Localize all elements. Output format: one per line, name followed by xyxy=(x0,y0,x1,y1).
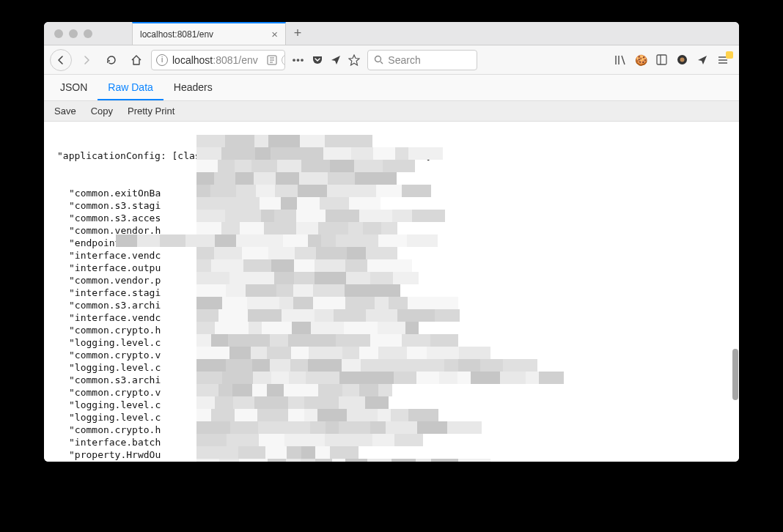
arrow-right-icon xyxy=(81,54,92,66)
minimize-window-button[interactable] xyxy=(69,29,78,38)
url-text: localhost:8081/env xyxy=(172,54,258,66)
code-line: "interface.archi xyxy=(57,461,739,462)
address-bar[interactable]: i localhost:8081/env 120% xyxy=(151,50,285,70)
search-placeholder: Search xyxy=(388,54,420,66)
bookmark-star-icon[interactable] xyxy=(348,54,360,66)
extension-icon-1[interactable]: 🍪 xyxy=(635,54,647,66)
svg-rect-9 xyxy=(657,55,666,64)
code-line: "common.crypto.v xyxy=(57,349,739,361)
extension-icon-2[interactable] xyxy=(676,54,688,66)
browser-tab[interactable]: localhost:8081/env × xyxy=(132,22,286,45)
home-icon xyxy=(130,54,142,66)
code-line: "logging.level.c xyxy=(57,399,739,411)
tab-title: localhost:8081/env xyxy=(140,29,213,40)
home-button[interactable] xyxy=(126,50,147,70)
tab-json[interactable]: JSON xyxy=(50,75,98,100)
search-icon xyxy=(374,55,383,64)
notification-badge xyxy=(726,51,733,59)
code-line: "endpoints.env.e xyxy=(57,237,739,249)
zoom-indicator[interactable]: 120% xyxy=(282,54,285,66)
navigation-toolbar: i localhost:8081/env 120% ••• Search xyxy=(44,45,739,75)
code-line: "interface.vendc xyxy=(57,311,739,324)
menu-button[interactable] xyxy=(717,54,729,66)
svg-point-4 xyxy=(375,56,381,62)
svg-line-5 xyxy=(381,62,383,64)
raw-code[interactable]: "applicationConfig: [classpath:/applicat… xyxy=(44,122,739,462)
save-button[interactable]: Save xyxy=(48,103,82,119)
json-viewer-actions: Save Copy Pretty Print xyxy=(44,101,739,122)
tab-headers[interactable]: Headers xyxy=(163,75,223,100)
send-icon[interactable] xyxy=(331,55,341,65)
more-icon[interactable]: ••• xyxy=(293,54,305,65)
scrollbar-thumb[interactable] xyxy=(732,349,738,400)
code-line: "common.s3.archi xyxy=(57,299,739,311)
arrow-left-icon xyxy=(55,54,67,66)
code-header-line: "applicationConfig: [classpath:/applicat… xyxy=(57,149,739,162)
code-line: "logging.level.c xyxy=(57,411,739,424)
tab-strip: localhost:8081/env × + xyxy=(44,22,739,45)
window-controls xyxy=(44,29,103,38)
code-line: "property.HrwdOu xyxy=(57,448,739,461)
close-tab-icon[interactable]: × xyxy=(271,29,278,40)
reload-icon xyxy=(106,54,117,66)
code-line: "common.vendor.p xyxy=(57,274,739,287)
page-action-icons: ••• xyxy=(290,54,364,66)
svg-point-12 xyxy=(680,58,684,62)
code-line: "common.s3.acces xyxy=(57,212,739,224)
copy-button[interactable]: Copy xyxy=(85,103,119,119)
sidebar-icon[interactable] xyxy=(655,54,667,66)
send-icon-2[interactable] xyxy=(696,54,708,66)
back-button[interactable] xyxy=(50,49,72,71)
svg-line-8 xyxy=(622,56,625,64)
search-bar[interactable]: Search xyxy=(367,50,477,70)
json-viewer-tabs: JSON Raw Data Headers xyxy=(44,75,739,101)
maximize-window-button[interactable] xyxy=(84,29,92,38)
code-line: "common.crypto.h xyxy=(57,324,739,336)
toolbar-extensions: 🍪 xyxy=(610,54,733,66)
pocket-icon[interactable] xyxy=(312,54,323,66)
site-info-icon[interactable]: i xyxy=(156,54,168,66)
code-line: "common.vendor.h xyxy=(57,224,739,237)
reader-mode-icon[interactable] xyxy=(267,54,277,66)
pretty-print-button[interactable]: Pretty Print xyxy=(122,103,180,119)
new-tab-button[interactable]: + xyxy=(286,26,309,41)
code-line: "interface.stagi xyxy=(57,287,739,299)
close-window-button[interactable] xyxy=(54,29,63,38)
code-line: "interface.outpu xyxy=(57,262,739,274)
code-line: "common.s3.stagi xyxy=(57,199,739,212)
code-line: "common.crypto.v xyxy=(57,386,739,399)
content-pane: "applicationConfig: [classpath:/applicat… xyxy=(44,122,739,462)
tab-raw-data[interactable]: Raw Data xyxy=(98,75,163,100)
code-line: "logging.level.c xyxy=(57,361,739,374)
browser-window: localhost:8081/env × + i localhost:8081/… xyxy=(44,22,739,462)
code-line: "logging.level.c xyxy=(57,336,739,349)
code-line: "common.exitOnBa xyxy=(57,187,739,199)
code-line: "common.s3.archi xyxy=(57,374,739,386)
forward-button xyxy=(76,50,97,70)
code-line: "interface.batch xyxy=(57,436,739,448)
reload-button[interactable] xyxy=(101,50,122,70)
code-line: "interface.vendc xyxy=(57,249,739,262)
library-icon[interactable] xyxy=(614,54,626,66)
code-line: "common.crypto.h xyxy=(57,424,739,436)
